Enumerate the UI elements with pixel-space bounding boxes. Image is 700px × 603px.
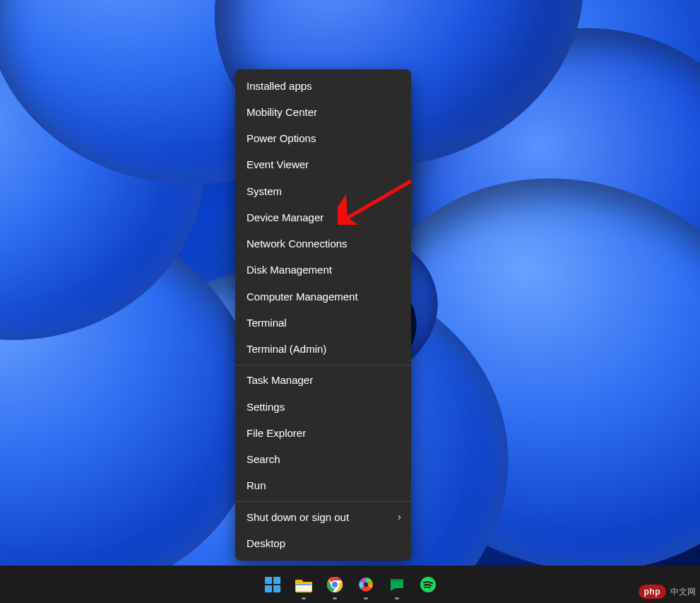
watermark: php 中文网 — [639, 585, 696, 599]
winx-context-menu: Installed apps Mobility Center Power Opt… — [235, 69, 411, 561]
spotify-icon — [420, 576, 437, 593]
folder-icon — [295, 576, 313, 593]
svg-rect-1 — [265, 577, 272, 584]
menu-item-system[interactable]: System — [235, 178, 411, 204]
menu-item-terminal[interactable]: Terminal — [235, 310, 411, 336]
menu-item-search[interactable]: Search — [235, 447, 411, 473]
taskbar-spotify[interactable] — [417, 574, 439, 595]
menu-item-device-manager[interactable]: Device Manager — [235, 204, 411, 230]
chrome-icon — [326, 576, 343, 593]
watermark-text: 中文网 — [670, 586, 696, 598]
chat-icon — [388, 576, 405, 593]
svg-rect-3 — [265, 585, 272, 592]
menu-item-disk-management[interactable]: Disk Management — [235, 257, 411, 283]
menu-item-power-options[interactable]: Power Options — [235, 126, 411, 152]
taskbar-google-chat[interactable] — [386, 574, 408, 595]
svg-rect-6 — [296, 584, 312, 585]
menu-item-settings[interactable]: Settings — [235, 394, 411, 420]
taskbar-chrome[interactable] — [324, 574, 345, 595]
svg-point-11 — [363, 582, 367, 586]
menu-item-run[interactable]: Run — [235, 473, 411, 499]
watermark-badge: php — [639, 585, 667, 599]
disc-app-icon — [357, 576, 374, 593]
menu-item-file-explorer[interactable]: File Explorer — [235, 420, 411, 446]
menu-separator — [235, 501, 411, 502]
taskbar-file-explorer[interactable] — [293, 574, 314, 595]
menu-item-event-viewer[interactable]: Event Viewer — [235, 152, 411, 178]
menu-item-installed-apps[interactable]: Installed apps — [235, 73, 411, 99]
svg-rect-2 — [273, 577, 280, 584]
menu-item-computer-management[interactable]: Computer Management — [235, 283, 411, 310]
menu-item-task-manager[interactable]: Task Manager — [235, 368, 411, 394]
menu-item-terminal-admin[interactable]: Terminal (Admin) — [235, 336, 411, 363]
svg-rect-4 — [273, 585, 280, 592]
taskbar-start-button[interactable] — [262, 574, 283, 595]
menu-item-shut-down-or-sign-out[interactable]: Shut down or sign out — [235, 504, 411, 530]
menu-separator — [235, 365, 411, 365]
menu-item-mobility-center[interactable]: Mobility Center — [235, 99, 411, 125]
menu-item-network-connections[interactable]: Network Connections — [235, 231, 411, 257]
taskbar-app-73[interactable] — [355, 574, 376, 595]
menu-item-desktop[interactable]: Desktop — [235, 530, 411, 556]
taskbar — [0, 566, 700, 603]
windows-start-icon — [264, 576, 281, 593]
